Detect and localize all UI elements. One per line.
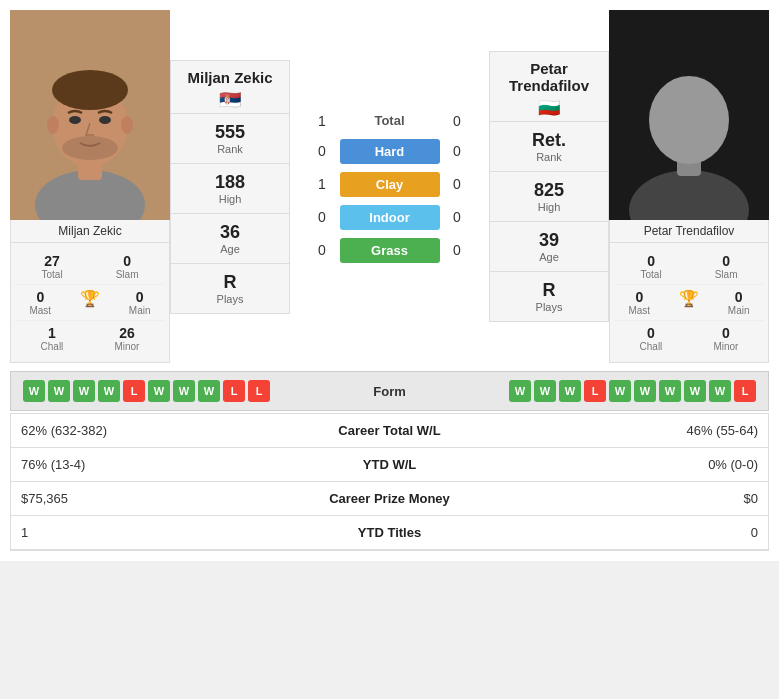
player1-stats-card: Miljan Zekic 🇷🇸 555 Rank 188 High 36 Age… [170, 60, 290, 314]
player1-mast-value: 0 [29, 289, 51, 305]
svg-point-5 [47, 116, 59, 134]
stats-left-1: 76% (13-4) [11, 448, 276, 482]
hard-badge: Hard [340, 139, 440, 164]
player2-form-badges: WWWLWWWWWL [509, 380, 756, 402]
player2-photo [609, 10, 769, 220]
player1-name-label: Miljan Zekic [58, 224, 121, 238]
player2-mast-value: 0 [628, 289, 650, 305]
stats-left-2: $75,365 [11, 482, 276, 516]
grass-row: 0 Grass 0 [294, 236, 485, 265]
indoor-label: Indoor [369, 210, 409, 225]
player1-total-cell: 27 Total [42, 253, 63, 280]
player1-minor-cell: 26 Minor [114, 325, 139, 352]
player1-age-label: Age [175, 243, 285, 255]
svg-point-8 [99, 116, 111, 124]
player1-trophy-cell: 🏆 [80, 289, 100, 316]
player1-flag: 🇷🇸 [175, 89, 285, 111]
grass-badge: Grass [340, 238, 440, 263]
player1-row-mast: 0 Mast 🏆 0 Main [15, 284, 165, 320]
player2-header-name: Petar Trendafilov [494, 60, 604, 94]
stats-row-1: 76% (13-4)YTD W/L0% (0-0) [11, 448, 768, 482]
player2-slam-label: Slam [715, 269, 738, 280]
player1-minor-label: Minor [114, 341, 139, 352]
svg-point-9 [62, 136, 118, 160]
hard-label: Hard [375, 144, 405, 159]
stats-center-0: Career Total W/L [276, 414, 503, 448]
player1-age-block: 36 Age [171, 213, 289, 263]
player1-age-value: 36 [175, 222, 285, 243]
players-section: Miljan Zekic 27 Total 0 Slam 0 [10, 10, 769, 363]
player2-mast-label: Mast [628, 305, 650, 316]
player1-photo [10, 10, 170, 220]
stats-row-2: $75,365Career Prize Money$0 [11, 482, 768, 516]
player2-sub-info: 0 Total 0 Slam 0 Mast 🏆 [609, 243, 769, 363]
player1-chall-label: Chall [41, 341, 64, 352]
player2-main-value: 0 [728, 289, 750, 305]
player1-form-badge-7: W [198, 380, 220, 402]
player1-rank-value: 555 [175, 122, 285, 143]
form-label: Form [373, 384, 406, 399]
player1-rank-label: Rank [175, 143, 285, 155]
player1-high-value: 188 [175, 172, 285, 193]
svg-point-7 [69, 116, 81, 124]
player1-main-value: 0 [129, 289, 151, 305]
player2-header: Petar Trendafilov 🇧🇬 [490, 52, 608, 121]
player2-flag: 🇧🇬 [494, 97, 604, 119]
clay-badge: Clay [340, 172, 440, 197]
player2-minor-cell: 0 Minor [713, 325, 738, 352]
player1-row-totals: 27 Total 0 Slam [15, 249, 165, 284]
svg-point-4 [52, 70, 128, 110]
total-right: 0 [440, 113, 475, 129]
player2-high-block: 825 High [490, 171, 608, 221]
center-match-col: 1 Total 0 0 Hard 0 1 Clay 0 [290, 97, 489, 277]
player2-name-label: Petar Trendafilov [644, 224, 735, 238]
player2-name-below: Petar Trendafilov [609, 220, 769, 243]
hard-right: 0 [440, 143, 475, 159]
player2-slam-value: 0 [715, 253, 738, 269]
player1-total-label: Total [42, 269, 63, 280]
player2-chall-value: 0 [640, 325, 663, 341]
indoor-row: 0 Indoor 0 [294, 203, 485, 232]
player1-mast-cell: 0 Mast [29, 289, 51, 316]
player2-trophy-cell: 🏆 [679, 289, 699, 316]
player2-rank-value: Ret. [494, 130, 604, 151]
stats-left-3: 1 [11, 516, 276, 550]
total-left: 1 [305, 113, 340, 129]
player2-minor-value: 0 [713, 325, 738, 341]
player1-row-chall: 1 Chall 26 Minor [15, 320, 165, 356]
stats-right-2: $0 [503, 482, 768, 516]
stats-center-3: YTD Titles [276, 516, 503, 550]
player2-right-col: Petar Trendafilov 0 Total 0 Slam 0 [609, 10, 769, 363]
player2-form-badge-4: W [609, 380, 631, 402]
player2-total-cell: 0 Total [641, 253, 662, 280]
player2-form-badge-2: W [559, 380, 581, 402]
player1-silhouette [10, 10, 170, 220]
player2-form-badge-9: L [734, 380, 756, 402]
player1-chall-cell: 1 Chall [41, 325, 64, 352]
player1-high-block: 188 High [171, 163, 289, 213]
player2-form-badge-0: W [509, 380, 531, 402]
player2-age-value: 39 [494, 230, 604, 251]
clay-label: Clay [376, 177, 403, 192]
stats-center-1: YTD W/L [276, 448, 503, 482]
player2-chall-cell: 0 Chall [640, 325, 663, 352]
player1-slam-value: 0 [116, 253, 139, 269]
player2-high-value: 825 [494, 180, 604, 201]
player1-slam-label: Slam [116, 269, 139, 280]
player1-form-badge-1: W [48, 380, 70, 402]
player2-main-cell: 0 Main [728, 289, 750, 316]
player1-slam-cell: 0 Slam [116, 253, 139, 280]
player2-chall-label: Chall [640, 341, 663, 352]
player2-row-totals: 0 Total 0 Slam [614, 249, 764, 284]
clay-row: 1 Clay 0 [294, 170, 485, 199]
svg-point-13 [649, 76, 729, 164]
bottom-stats-section: 62% (632-382)Career Total W/L46% (55-64)… [10, 413, 769, 551]
player2-age-label: Age [494, 251, 604, 263]
player1-form-badge-8: L [223, 380, 245, 402]
player2-plays-block: R Plays [490, 271, 608, 321]
grass-right: 0 [440, 242, 475, 258]
player2-total-label: Total [641, 269, 662, 280]
player2-minor-label: Minor [713, 341, 738, 352]
player2-row-chall: 0 Chall 0 Minor [614, 320, 764, 356]
player1-total-value: 27 [42, 253, 63, 269]
